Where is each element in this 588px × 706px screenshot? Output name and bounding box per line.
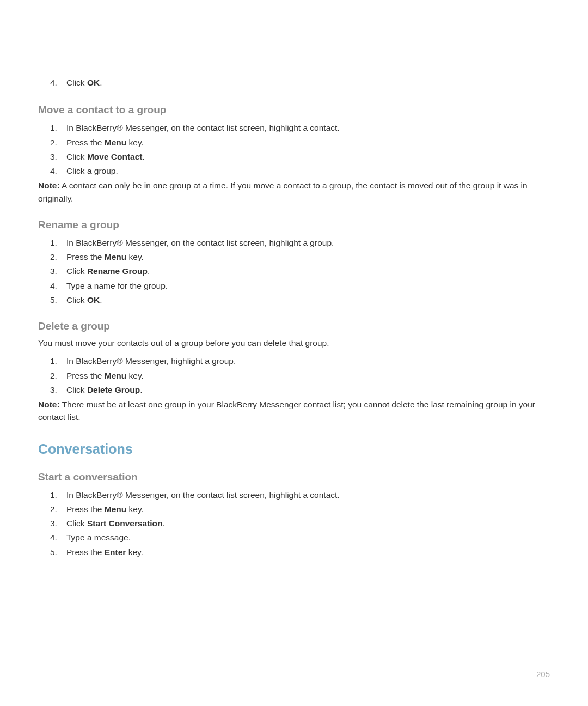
note-delete-group: Note: There must be at least one group i… <box>38 398 550 424</box>
heading-rename-group: Rename a group <box>38 219 550 231</box>
list-text: Click Rename Group. <box>66 265 150 277</box>
list-text: Type a name for the group. <box>66 279 168 292</box>
list-text: Click Start Conversation. <box>66 517 165 530</box>
list-number: 1. <box>50 121 66 134</box>
list-text: Type a message. <box>66 531 131 544</box>
list-item: 1. In BlackBerry® Messenger, on the cont… <box>38 121 550 134</box>
list-text: Press the Enter key. <box>66 546 143 558</box>
list-number: 2. <box>50 251 66 263</box>
list-item: 4. Click OK. <box>38 76 550 89</box>
page-number: 205 <box>536 670 550 679</box>
heading-conversations: Conversations <box>38 441 550 457</box>
list-text: In BlackBerry® Messenger, on the contact… <box>66 236 334 249</box>
list-number: 2. <box>50 503 66 515</box>
list-text: In BlackBerry® Messenger, on the contact… <box>66 121 340 134</box>
list-number: 3. <box>50 150 66 163</box>
list-item: 4. Click a group. <box>38 165 550 177</box>
list-number: 3. <box>50 265 66 277</box>
list-number: 4. <box>50 76 66 89</box>
heading-delete-group: Delete a group <box>38 320 550 332</box>
list-item: 2. Press the Menu key. <box>38 251 550 263</box>
list-text: In BlackBerry® Messenger, on the contact… <box>66 489 340 501</box>
steps-move-contact: 1. In BlackBerry® Messenger, on the cont… <box>38 121 550 177</box>
list-item: 2. Press the Menu key. <box>38 503 550 515</box>
list-item: 2. Press the Menu key. <box>38 369 550 382</box>
list-number: 4. <box>50 279 66 292</box>
heading-move-contact: Move a contact to a group <box>38 104 550 116</box>
steps-delete-group: 1. In BlackBerry® Messenger, highlight a… <box>38 355 550 396</box>
list-text: Click Move Contact. <box>66 150 145 163</box>
list-item: 3. Click Rename Group. <box>38 265 550 277</box>
list-text: In BlackBerry® Messenger, highlight a gr… <box>66 355 236 367</box>
list-number: 3. <box>50 384 66 396</box>
continued-ordered-list: 4. Click OK. <box>38 76 550 89</box>
list-item: 1. In BlackBerry® Messenger, on the cont… <box>38 236 550 249</box>
list-item: 1. In BlackBerry® Messenger, highlight a… <box>38 355 550 367</box>
list-number: 4. <box>50 531 66 544</box>
list-item: 4. Type a message. <box>38 531 550 544</box>
list-item: 3. Click Delete Group. <box>38 384 550 396</box>
list-text: Click Delete Group. <box>66 384 143 396</box>
list-text: Press the Menu key. <box>66 251 144 263</box>
list-item: 5. Press the Enter key. <box>38 546 550 558</box>
list-number: 3. <box>50 517 66 530</box>
list-number: 1. <box>50 355 66 367</box>
intro-delete-group: You must move your contacts out of a gro… <box>38 337 550 349</box>
list-item: 3. Click Move Contact. <box>38 150 550 163</box>
list-item: 1. In BlackBerry® Messenger, on the cont… <box>38 489 550 501</box>
list-number: 1. <box>50 489 66 501</box>
note-move-contact: Note: A contact can only be in one group… <box>38 179 550 205</box>
list-item: 2. Press the Menu key. <box>38 136 550 149</box>
list-text: Press the Menu key. <box>66 369 144 382</box>
steps-rename-group: 1. In BlackBerry® Messenger, on the cont… <box>38 236 550 306</box>
list-item: 3. Click Start Conversation. <box>38 517 550 530</box>
list-text: Click OK. <box>66 294 102 306</box>
list-number: 4. <box>50 165 66 177</box>
list-text: Press the Menu key. <box>66 503 144 515</box>
list-text: Press the Menu key. <box>66 136 144 149</box>
list-item: 4. Type a name for the group. <box>38 279 550 292</box>
steps-start-conversation: 1. In BlackBerry® Messenger, on the cont… <box>38 489 550 558</box>
list-number: 2. <box>50 369 66 382</box>
list-text: Click OK. <box>66 76 102 89</box>
list-number: 5. <box>50 546 66 558</box>
list-number: 2. <box>50 136 66 149</box>
list-text: Click a group. <box>66 165 118 177</box>
list-item: 5. Click OK. <box>38 294 550 306</box>
heading-start-conversation: Start a conversation <box>38 471 550 483</box>
list-number: 5. <box>50 294 66 306</box>
list-number: 1. <box>50 236 66 249</box>
